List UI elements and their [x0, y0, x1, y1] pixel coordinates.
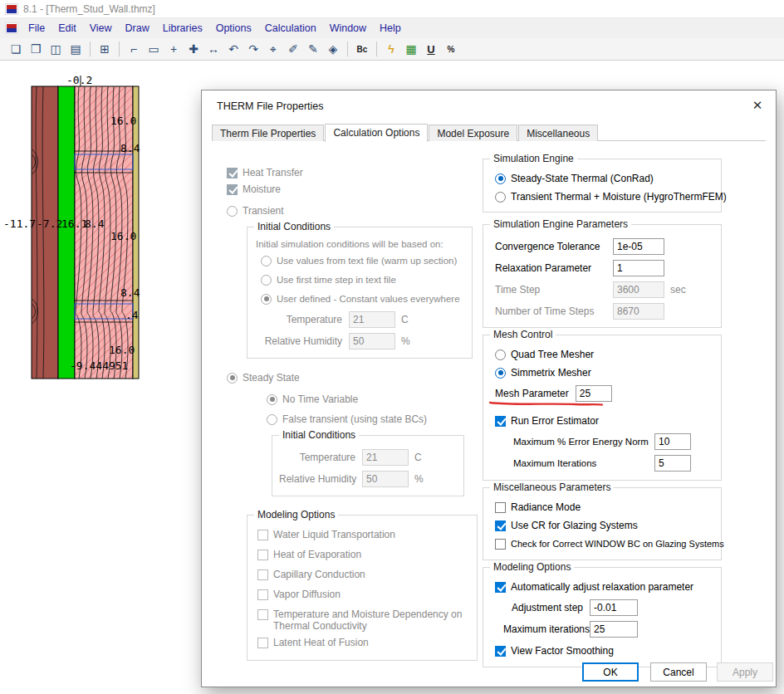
- user-defined-constant-radio: User defined - Constant values everywher…: [261, 291, 472, 306]
- cancel-button[interactable]: Cancel: [650, 662, 707, 682]
- temperature-field-2: [362, 449, 409, 466]
- adjustment-step-field[interactable]: [590, 599, 638, 616]
- boundary-condition-icon[interactable]: Bc: [353, 41, 371, 58]
- redo-icon[interactable]: ↷: [244, 41, 262, 58]
- move-point-icon[interactable]: ✚: [184, 41, 203, 58]
- tab-model-exposure[interactable]: Model Exposure: [429, 125, 517, 141]
- checkbox-label: Radiance Mode: [511, 501, 581, 513]
- new-icon[interactable]: ❏: [7, 41, 25, 58]
- latent-heat-of-fusion-checkbox: Latent Heat of Fusion: [257, 637, 477, 652]
- draw-rectangle-icon[interactable]: ▭: [145, 41, 163, 58]
- menu-window[interactable]: Window: [323, 20, 373, 37]
- menu-edit[interactable]: Edit: [51, 20, 83, 37]
- temperature-label: 8.4: [120, 142, 140, 154]
- toolbar-separator: [376, 42, 377, 56]
- group-title: Simulation Engine: [490, 153, 577, 164]
- group-title: Initial Conditions: [254, 221, 334, 232]
- no-time-variable-radio: No Time Variable: [267, 392, 481, 407]
- dialog-close-button[interactable]: ✕: [746, 95, 769, 115]
- therm-logo-icon: [5, 22, 18, 34]
- pan-icon[interactable]: ↔: [204, 41, 223, 58]
- undo-icon[interactable]: ↶: [224, 41, 243, 58]
- print-icon[interactable]: ▤: [66, 41, 85, 58]
- moisture-label: Moisture: [243, 183, 281, 195]
- convergence-tolerance-field[interactable]: [613, 238, 664, 255]
- menu-file[interactable]: File: [22, 20, 51, 37]
- modeling-options-group-right: Modeling Options Automatically adjust re…: [483, 567, 722, 667]
- mesh-icon[interactable]: ▦: [402, 41, 420, 58]
- radio-icon: [495, 174, 506, 184]
- checkbox-label: Check for Correct WINDOW BC on Glazing S…: [511, 539, 724, 549]
- temperature-field-1: [349, 311, 395, 328]
- radio-icon: [495, 192, 506, 203]
- quad-tree-mesher-radio[interactable]: Quad Tree Mesher: [495, 347, 721, 362]
- calc-options-left-panel: Heat Transfer Moisture Transient Initial…: [227, 164, 481, 661]
- simmetrix-mesher-radio[interactable]: Simmetrix Mesher: [495, 365, 721, 380]
- miscellaneous-parameters-group: Miscellaneous Parameters Radiance Mode U…: [483, 487, 722, 560]
- convergence-tolerance-label: Convergence Tolerance: [495, 241, 606, 252]
- menu-draw[interactable]: Draw: [119, 20, 156, 37]
- ufactor-icon[interactable]: U: [422, 41, 440, 58]
- menu-options[interactable]: Options: [209, 20, 258, 37]
- vapor-diffusion-checkbox: Vapor Diffusion: [257, 589, 477, 604]
- transient-thermal-moisture-radio[interactable]: Transient Thermal + Moisture (HygroTherm…: [495, 189, 721, 204]
- group-title: Modeling Options: [254, 509, 338, 520]
- max-iterations-field[interactable]: [654, 455, 691, 472]
- tab-miscellaneous[interactable]: Miscellaneous: [518, 125, 598, 141]
- open-icon[interactable]: ❒: [27, 41, 45, 58]
- radiance-mode-checkbox[interactable]: Radiance Mode: [495, 500, 721, 515]
- temperature-label: 16.0: [110, 230, 136, 242]
- save-icon[interactable]: ◫: [47, 41, 65, 58]
- temperature-label: -11.7: [3, 217, 36, 230]
- auto-adjust-relaxation-checkbox[interactable]: Automatically adjust relaxation paramete…: [495, 579, 721, 594]
- max-error-energy-norm-field[interactable]: [654, 433, 691, 450]
- app-titlebar: 8.1 - [Therm_Stud_Wall.thmz]: [0, 0, 784, 18]
- capillary-conduction-checkbox: Capillary Conduction: [257, 569, 477, 584]
- maximum-iterations-field[interactable]: [590, 621, 638, 638]
- menu-calculation[interactable]: Calculation: [258, 20, 323, 37]
- measure-icon[interactable]: ✐: [284, 41, 302, 58]
- view-factor-smoothing-checkbox[interactable]: View Factor Smoothing: [495, 643, 721, 658]
- temperature-label: -0.2: [66, 74, 92, 86]
- steady-state-label: Steady State: [243, 372, 300, 384]
- radio-label: Use first time step in text file: [277, 275, 396, 285]
- use-cr-glazing-checkbox[interactable]: Use CR for Glazing Systems: [495, 518, 721, 533]
- draw-icon[interactable]: ✎: [304, 41, 322, 58]
- draw-polygon-icon[interactable]: ⌐: [125, 41, 143, 58]
- relative-humidity-field-1: [349, 333, 395, 349]
- transient-label: Transient: [243, 205, 284, 217]
- percent-error-icon[interactable]: %: [442, 41, 460, 58]
- zoom-icon[interactable]: ⌖: [264, 41, 282, 58]
- window-bc-glazing-checkbox[interactable]: Check for Correct WINDOW BC on Glazing S…: [495, 536, 721, 551]
- ok-button[interactable]: OK: [582, 662, 639, 682]
- insert-point-icon[interactable]: +: [164, 41, 183, 58]
- heat-transfer-label: Heat Transfer: [243, 167, 303, 178]
- menu-help[interactable]: Help: [373, 20, 408, 37]
- radio-icon: [227, 206, 238, 217]
- group-title: Simulation Engine Parameters: [490, 218, 631, 230]
- menu-view[interactable]: View: [83, 20, 119, 37]
- tab-therm-file-properties[interactable]: Therm File Properties: [212, 125, 324, 141]
- radio-label: Transient Thermal + Moisture (HygroTherm…: [511, 191, 727, 203]
- run-error-estimator-checkbox[interactable]: Run Error Estimator: [495, 413, 721, 428]
- menu-libraries[interactable]: Libraries: [156, 20, 209, 37]
- red-underline-annotation: [488, 400, 605, 408]
- report-icon[interactable]: ⊞: [96, 41, 114, 58]
- no-time-variable-label: No Time Variable: [282, 393, 358, 405]
- steady-state-thermal-radio[interactable]: Steady-State Thermal (ConRad): [495, 171, 721, 186]
- material-icon[interactable]: ◈: [324, 41, 342, 58]
- checkbox-label: View Factor Smoothing: [511, 645, 614, 657]
- checkbox-icon: [495, 502, 506, 513]
- thermal-model-view[interactable]: [0, 71, 166, 395]
- relaxation-parameter-field[interactable]: [613, 260, 664, 276]
- false-transient-label: False transient (using state BCs): [282, 413, 427, 425]
- checkbox-label: Latent Heat of Fusion: [273, 637, 369, 648]
- number-of-time-steps-label: Number of Time Steps: [495, 305, 606, 317]
- layer-brick[interactable]: [32, 86, 58, 379]
- radio-label: User defined - Constant values everywher…: [277, 294, 460, 304]
- tab-calculation-options[interactable]: Calculation Options: [325, 124, 428, 142]
- dialog-title: THERM File Properties: [217, 100, 324, 112]
- calc-icon[interactable]: ϟ: [382, 41, 400, 58]
- layer-insulation[interactable]: [58, 86, 75, 379]
- mesh-parameter-field[interactable]: [576, 385, 612, 402]
